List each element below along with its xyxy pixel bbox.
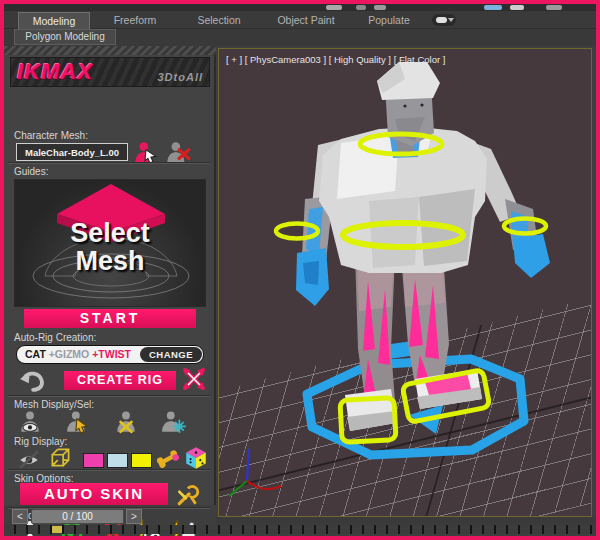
viewport-header[interactable]: [ + ] [ PhysCamera003 ] [ High Quality ]…: [226, 54, 445, 65]
ribbon-secondary-bar: Polygon Modeling: [4, 29, 596, 46]
rig-gizmo-icon: [181, 366, 207, 392]
tab-selection[interactable]: Selection: [184, 12, 254, 29]
skin-tools-button[interactable]: [174, 483, 202, 507]
tab-modeling[interactable]: Modeling: [18, 12, 90, 29]
ikmax-logo-text: IKMAX: [17, 59, 93, 85]
person-xray-icon: [113, 410, 139, 434]
pick-character-icon: [133, 140, 159, 164]
rig-box-button[interactable]: [47, 446, 75, 470]
time-next-button[interactable]: >: [126, 509, 142, 524]
tab-freeform[interactable]: Freeform: [100, 12, 170, 29]
tab-populate[interactable]: Populate: [356, 12, 422, 29]
mesh-select-button[interactable]: [64, 410, 92, 434]
mesh-xray-button[interactable]: [112, 410, 140, 434]
change-button[interactable]: CHANGE: [140, 347, 202, 362]
undo-icon: [18, 368, 46, 392]
viewport[interactable]: [ + ] [ PhysCamera003 ] [ High Quality ]…: [218, 48, 592, 517]
toolbar-fragment: [546, 5, 562, 10]
timeline-ruler[interactable]: [4, 525, 596, 534]
rig-type-cat: CAT: [25, 348, 46, 360]
divider: [8, 162, 210, 164]
mesh-vertices-button[interactable]: [160, 410, 188, 434]
rig-visibility-button[interactable]: [15, 447, 43, 471]
toolbar-fragment: [510, 5, 524, 10]
ribbon-overflow-dropdown[interactable]: [432, 14, 456, 26]
rig-dice-button[interactable]: [182, 446, 210, 470]
chevron-down-icon: [448, 18, 454, 22]
guides-label: Guides:: [14, 166, 48, 177]
ribbon-tab-bar: Modeling Freeform Selection Object Paint…: [4, 11, 596, 29]
pink-swatch-icon: [83, 453, 104, 468]
app-window: Modeling Freeform Selection Object Paint…: [4, 4, 596, 536]
axis-tripod-icon: [229, 449, 281, 496]
toolbar-fragment: [374, 5, 386, 10]
yellow-swatch-icon: [131, 453, 152, 468]
tools-wrench-icon: [175, 483, 201, 507]
bone-icon: [155, 446, 181, 470]
person-vertices-icon: [161, 410, 187, 434]
brand-3dtoall: 3DtoAll: [158, 71, 204, 83]
select-mesh-graphic: Select Mesh: [14, 179, 206, 307]
panel-grip-texture: [4, 46, 216, 55]
character-mesh-input[interactable]: [16, 143, 128, 161]
ikmax-logo: IKMAX 3DtoAll: [10, 57, 210, 87]
rig-bones-button[interactable]: [154, 446, 182, 470]
timeline-playhead[interactable]: [52, 526, 62, 533]
select-mesh-text-1: Select: [15, 218, 205, 249]
mesh-visibility-button[interactable]: [16, 410, 44, 434]
autorig-label: Auto-Rig Creation:: [14, 332, 96, 343]
divider: [8, 395, 210, 397]
toolbar-fragment: [484, 5, 502, 10]
start-button[interactable]: START: [24, 309, 196, 328]
person-cursor-icon: [65, 410, 91, 434]
pick-character-button[interactable]: [132, 140, 160, 164]
divider: [8, 469, 210, 471]
eye-slash-icon: [16, 448, 42, 470]
time-prev-button[interactable]: <: [12, 509, 28, 524]
toolbar-fragment: [356, 5, 366, 10]
remove-character-button[interactable]: [164, 140, 192, 164]
character-mesh-label: Character Mesh:: [14, 130, 88, 141]
time-slider[interactable]: 0 / 100: [31, 509, 124, 524]
rig-type-bar[interactable]: CAT +GIZMO +TWIST CHANGE: [16, 345, 204, 364]
person-eye-icon: [17, 410, 43, 434]
ribbon-overflow-icon: [436, 17, 447, 23]
status-strip: [216, 517, 596, 525]
blue-swatch-icon: [107, 453, 128, 468]
create-rig-button[interactable]: CREATE RIG: [64, 371, 176, 390]
viewport-3d-scene: [219, 49, 592, 517]
window-frame: Modeling Freeform Selection Object Paint…: [0, 0, 600, 540]
rig-gizmo-button[interactable]: [180, 367, 208, 391]
wire-box-icon: [48, 446, 74, 470]
auto-skin-button[interactable]: AUTO SKIN: [20, 483, 168, 505]
ikmax-panel: IKMAX 3DtoAll Character Mesh: Guides:: [4, 55, 216, 505]
undo-button[interactable]: [18, 368, 46, 392]
tab-polygon-modeling[interactable]: Polygon Modeling: [14, 29, 116, 45]
rig-type-twist: +TWIST: [92, 348, 131, 360]
dice-icon: [183, 446, 209, 470]
mesh-display-label: Mesh Display/Sel:: [14, 399, 94, 410]
main-toolbar-clipped: [4, 4, 596, 11]
remove-character-icon: [165, 140, 191, 164]
select-mesh-text-2: Mesh: [15, 246, 205, 277]
toolbar-fragment: [326, 5, 342, 10]
tab-object-paint[interactable]: Object Paint: [262, 12, 350, 29]
rig-type-gizmo: +GIZMO: [49, 348, 90, 360]
